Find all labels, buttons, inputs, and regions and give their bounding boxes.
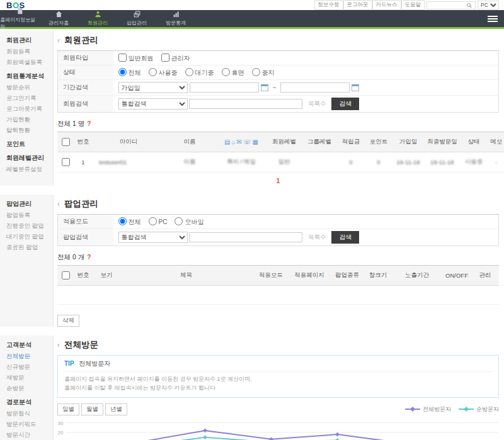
mail-icon[interactable]: ✉ <box>237 138 242 145</box>
popup-search-input[interactable] <box>189 232 302 242</box>
sidebar-header[interactable]: 회원레벨관리 <box>6 154 50 162</box>
nav-item-관리자홈[interactable]: 관리자홈 <box>39 10 78 27</box>
utility-button[interactable]: 로그아웃 <box>343 0 372 10</box>
nav-item-방문통계[interactable]: 방문통계 <box>156 10 195 27</box>
sidebar-item-진행중인 팝업[interactable]: 진행중인 팝업 <box>6 222 50 230</box>
sidebar-item-회원등록[interactable]: 회원등록 <box>6 48 50 56</box>
period-type-select[interactable]: 가입일 <box>118 82 188 93</box>
range-button-년별[interactable]: 년별 <box>105 403 127 415</box>
sidebar-item-순방문[interactable]: 순방문 <box>6 385 50 393</box>
question-icon[interactable]: ? <box>87 254 91 261</box>
period-start-input[interactable] <box>190 82 259 93</box>
utility-links: 정보수정로그아웃카드뉴스도움말 <box>314 0 425 10</box>
top-search-input[interactable] <box>429 2 467 8</box>
column-header: 적용페이지 <box>289 266 330 286</box>
column-header: 회원레벨 <box>266 132 302 152</box>
svg-text:30: 30 <box>58 420 64 426</box>
sidebar-item-재방문[interactable]: 재방문 <box>6 374 50 382</box>
main-nav: 홈페이지정보설정관리자홈회원관리팝업관리방문통계 <box>0 10 504 27</box>
range-button-월별[interactable]: 월별 <box>81 403 103 415</box>
member-table: 번호아이디이름▤⌂✉☏▦회원레벨그룹레벨적립금포인트가입일최종방문일상태메모관리… <box>57 132 504 172</box>
svg-text:20: 20 <box>58 430 64 436</box>
sidebar-item-방문키워드[interactable]: 방문키워드 <box>6 420 50 429</box>
list-count-label: 목록수 <box>308 234 326 240</box>
sidebar-header[interactable]: 포인트 <box>6 140 50 149</box>
nav-item-홈페이지정보설정[interactable]: 홈페이지정보설정 <box>0 10 39 27</box>
sidebar-item-종료된 팝업[interactable]: 종료된 팝업 <box>6 244 50 252</box>
nav-item-회원관리[interactable]: 회원관리 <box>78 10 117 27</box>
sidebar-header[interactable]: 회원관리 <box>6 36 50 45</box>
grid-icon[interactable]: ▦ <box>252 138 258 145</box>
range-button-일별[interactable]: 일별 <box>57 403 79 415</box>
pagination[interactable]: 1 <box>57 177 499 184</box>
popup-search-select[interactable]: 통합검색 <box>118 232 188 243</box>
period-end-input[interactable] <box>280 82 350 93</box>
phone-icon[interactable]: ☏ <box>243 138 251 145</box>
member-search-input[interactable] <box>189 99 302 109</box>
hamburger-menu-icon[interactable] <box>488 14 498 23</box>
legend-item: 순방문자 <box>459 405 499 414</box>
page-title: 회원관리 <box>64 35 98 46</box>
column-header: 제목 <box>119 266 253 286</box>
sidebar-item-탈퇴현황[interactable]: 탈퇴현황 <box>6 127 50 135</box>
sidebar-item-방문순위[interactable]: 방문순위 <box>6 84 50 92</box>
member-search-button[interactable]: 검색 <box>331 98 359 110</box>
question-icon[interactable]: ? <box>87 120 91 127</box>
form-label: 적용모드 <box>58 215 113 229</box>
sidebar-item-로그인기록[interactable]: 로그인기록 <box>6 94 50 103</box>
radio-option-전체[interactable]: 전체 <box>118 69 141 76</box>
visits-line-chart: 10203019-11-1619-11-1719-11-1819-11-1919… <box>57 418 499 440</box>
sidebar-item-방문시간[interactable]: 방문시간 <box>6 431 50 439</box>
select-all-checkbox[interactable] <box>62 271 70 279</box>
delete-button[interactable]: 삭제 <box>57 315 79 327</box>
column-header: 번호 <box>72 266 94 286</box>
radio-option-PC[interactable]: PC <box>149 218 168 225</box>
home-icon[interactable]: ⌂ <box>232 138 236 145</box>
chevron-left-icon[interactable]: ‹ <box>57 200 60 208</box>
radio-option-중지[interactable]: 중지 <box>252 69 275 76</box>
radio-option-모바일[interactable]: 모바일 <box>175 218 203 225</box>
radio-option-휴면[interactable]: 휴면 <box>222 69 244 76</box>
column-header: 관리 <box>471 266 499 286</box>
visit-section: 고객분석전체방문신규방문재방문순방문경로분석방문형식방문키워드방문시간방문IP주… <box>0 336 504 440</box>
chevron-left-icon[interactable]: ‹ <box>57 36 60 45</box>
sidebar-item-대기중인 팝업[interactable]: 대기중인 팝업 <box>6 233 50 241</box>
sidebar-header[interactable]: 고객분석 <box>6 341 50 349</box>
device-select[interactable]: PC <box>478 1 499 9</box>
popup-search-button[interactable]: 검색 <box>331 231 359 244</box>
checkbox-option-관리자[interactable]: 관리자 <box>161 55 190 62</box>
calendar-icon[interactable] <box>352 84 359 91</box>
nav-item-팝업관리[interactable]: 팝업관리 <box>117 10 156 27</box>
radio-option-대기중[interactable]: 대기중 <box>185 69 214 76</box>
sidebar-item-레벨분류설정[interactable]: 레벨분류설정 <box>6 166 50 174</box>
sidebar-item-가입현황[interactable]: 가입현황 <box>6 116 50 124</box>
sidebar-header[interactable]: 경로분석 <box>6 398 50 407</box>
column-header: 이름 <box>163 132 216 152</box>
utility-button[interactable]: 도움말 <box>401 0 425 10</box>
utility-button[interactable]: 정보수정 <box>314 0 343 10</box>
note-icon[interactable]: ▤ <box>224 138 230 145</box>
top-search-box[interactable] <box>427 1 476 9</box>
select-all-checkbox[interactable] <box>62 138 70 146</box>
search-icon[interactable] <box>467 3 471 7</box>
sidebar-item-로그아웃기록[interactable]: 로그아웃기록 <box>6 105 50 113</box>
sidebar-header[interactable]: 회원통계분석 <box>6 72 50 81</box>
sidebar-header[interactable]: 팝업관리 <box>6 200 50 208</box>
member-search-select[interactable]: 통합검색 <box>118 98 188 110</box>
nav-items: 홈페이지정보설정관리자홈회원관리팝업관리방문통계 <box>0 10 195 27</box>
radio-option-전체[interactable]: 전체 <box>118 218 141 225</box>
sidebar-item-신규방문[interactable]: 신규방문 <box>6 363 50 371</box>
sidebar-item-방문형식[interactable]: 방문형식 <box>6 410 50 418</box>
radio-option-사용중[interactable]: 사용중 <box>149 69 178 76</box>
row-checkbox[interactable] <box>62 158 70 166</box>
sidebar-item-전체방문[interactable]: 전체방문 <box>6 353 50 361</box>
checkbox-option-일반회원[interactable]: 일반회원 <box>118 55 154 62</box>
utility-button[interactable]: 카드뉴스 <box>372 0 401 10</box>
calendar-icon[interactable] <box>261 84 268 91</box>
popup-table: 번호보기제목적용모드적용페이지팝업종류창크기노출기간ON/OFF관리 <box>57 265 499 305</box>
sidebar-item-팝업등록[interactable]: 팝업등록 <box>6 212 50 220</box>
chevron-left-icon[interactable]: ‹ <box>57 341 60 349</box>
sidebar-item-회원엑셀등록[interactable]: 회원엑셀등록 <box>6 59 50 67</box>
stats-icon <box>173 11 180 19</box>
column-header: 노출기간 <box>392 266 442 286</box>
